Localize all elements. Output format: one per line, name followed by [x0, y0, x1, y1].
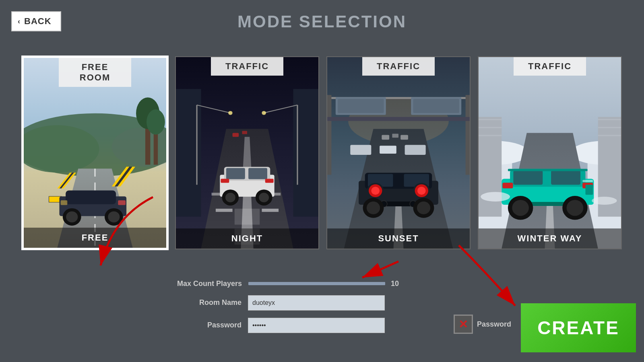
- mode-card-winter[interactable]: TRAFFIC WINTER WAY: [478, 56, 622, 249]
- svg-rect-109: [551, 171, 580, 185]
- svg-rect-63: [327, 95, 331, 175]
- svg-rect-121: [582, 180, 593, 182]
- svg-point-45: [225, 193, 235, 202]
- svg-point-47: [259, 193, 269, 202]
- card-bg-night: [176, 57, 318, 249]
- svg-rect-42: [221, 179, 229, 183]
- svg-rect-98: [479, 119, 502, 120]
- room-name-input[interactable]: [248, 295, 385, 311]
- svg-rect-89: [405, 145, 426, 155]
- night-scene-svg: [176, 57, 318, 249]
- back-button[interactable]: ‹ BACK: [11, 11, 61, 31]
- mode-card-sunset[interactable]: TRAFFIC SUNSET: [326, 56, 471, 249]
- card-top-label-winter: TRAFFIC: [514, 57, 586, 76]
- svg-rect-103: [598, 135, 621, 136]
- svg-rect-96: [479, 117, 502, 217]
- svg-point-52: [228, 111, 232, 115]
- svg-rect-34: [262, 209, 279, 212]
- svg-point-85: [367, 202, 380, 214]
- password-toggle-button[interactable]: ✕: [454, 315, 473, 334]
- card-top-label-sunset: TRAFFIC: [362, 57, 435, 76]
- svg-point-77: [371, 187, 380, 195]
- svg-rect-19: [66, 190, 116, 204]
- svg-rect-101: [598, 119, 621, 120]
- password-input[interactable]: [248, 318, 385, 333]
- password-label: Password: [177, 321, 242, 329]
- create-button-label: CREATE: [537, 317, 619, 339]
- winter-scene-svg: [479, 57, 621, 249]
- card-bg-sunset: [327, 57, 470, 249]
- svg-point-87: [417, 202, 430, 214]
- svg-rect-41: [248, 168, 267, 179]
- svg-point-23: [108, 212, 120, 223]
- svg-rect-43: [265, 179, 274, 183]
- svg-point-55: [262, 111, 266, 115]
- svg-rect-70: [400, 135, 408, 140]
- mode-cards-container: FREE ROOM FREE: [22, 56, 622, 249]
- svg-rect-110: [502, 183, 513, 188]
- card-bottom-label-free-room: FREE: [24, 228, 166, 248]
- svg-rect-90: [380, 146, 396, 154]
- svg-rect-113: [586, 185, 593, 195]
- svg-point-118: [512, 200, 529, 216]
- svg-rect-49: [242, 131, 247, 134]
- svg-point-21: [66, 212, 78, 223]
- password-check-area: ✕ Password: [454, 315, 511, 334]
- room-name-label: Room Name: [177, 298, 242, 307]
- svg-point-120: [567, 200, 584, 216]
- svg-rect-62: [413, 99, 459, 113]
- chevron-left-icon: ‹: [18, 17, 20, 26]
- svg-rect-108: [513, 171, 543, 185]
- svg-rect-48: [233, 133, 239, 137]
- svg-rect-102: [598, 127, 621, 128]
- svg-rect-88: [350, 145, 371, 155]
- svg-rect-32: [216, 209, 233, 212]
- card-bottom-label-night: NIGHT: [176, 228, 318, 249]
- svg-point-17: [147, 109, 165, 135]
- card-bg-winter: [479, 57, 621, 249]
- svg-rect-36: [235, 209, 260, 225]
- svg-rect-25: [61, 200, 68, 205]
- x-icon: ✕: [458, 318, 468, 331]
- max-players-row: Max Count Players 10: [0, 280, 644, 288]
- svg-rect-69: [392, 134, 398, 138]
- svg-rect-112: [508, 169, 588, 171]
- card-top-label-free-room: FREE ROOM: [59, 58, 131, 87]
- page-title: MODE SELECTION: [237, 12, 407, 31]
- svg-rect-24: [118, 200, 126, 205]
- svg-rect-61: [338, 99, 384, 113]
- svg-point-80: [417, 187, 426, 195]
- max-players-label: Max Count Players: [177, 280, 242, 288]
- card-bottom-label-sunset: SUNSET: [327, 228, 470, 249]
- card-bottom-label-winter: WINTER WAY: [479, 228, 621, 249]
- svg-rect-99: [479, 127, 502, 128]
- svg-rect-40: [226, 168, 245, 179]
- svg-rect-100: [479, 135, 502, 136]
- arrow-room-name: [354, 253, 402, 286]
- svg-rect-64: [466, 95, 470, 175]
- svg-point-123: [592, 197, 617, 205]
- svg-point-122: [481, 192, 510, 202]
- mode-card-night[interactable]: TRAFFIC NIGHT: [175, 56, 319, 249]
- svg-rect-65: [327, 117, 470, 121]
- sunset-scene-svg: [327, 57, 470, 249]
- mode-card-free-room[interactable]: FREE ROOM FREE: [22, 56, 168, 249]
- create-button[interactable]: CREATE: [521, 303, 636, 352]
- card-top-label-night: TRAFFIC: [211, 57, 283, 76]
- svg-rect-68: [382, 135, 389, 140]
- password-check-label: Password: [477, 320, 511, 329]
- back-label: BACK: [24, 16, 52, 27]
